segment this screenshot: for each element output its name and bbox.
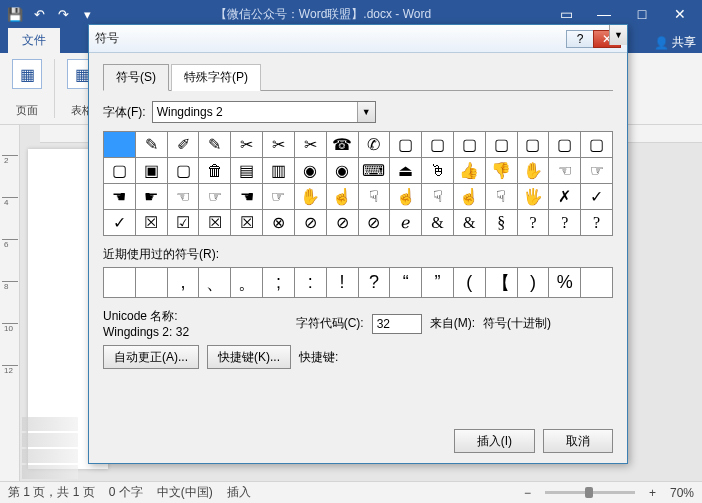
- symbol-cell[interactable]: ▥: [263, 158, 295, 184]
- symbol-cell[interactable]: ✋: [518, 158, 550, 184]
- symbol-cell[interactable]: ⊘: [327, 210, 359, 236]
- symbol-cell[interactable]: ✓: [581, 184, 613, 210]
- symbol-cell[interactable]: ▢: [454, 132, 486, 158]
- zoom-out-icon[interactable]: −: [524, 486, 531, 500]
- recent-cell[interactable]: 。: [231, 268, 263, 298]
- tab-symbols[interactable]: 符号(S): [103, 64, 169, 91]
- symbol-cell[interactable]: ▣: [136, 158, 168, 184]
- recent-cell[interactable]: ?: [359, 268, 391, 298]
- symbol-cell[interactable]: §: [486, 210, 518, 236]
- recent-cell[interactable]: ”: [422, 268, 454, 298]
- symbol-cell[interactable]: ☜: [168, 184, 200, 210]
- recent-cell[interactable]: 、: [199, 268, 231, 298]
- symbol-cell[interactable]: ⊗: [263, 210, 295, 236]
- symbol-cell[interactable]: 👎: [486, 158, 518, 184]
- recent-cell[interactable]: ;: [263, 268, 295, 298]
- code-input[interactable]: [372, 314, 422, 334]
- symbol-cell[interactable]: ☞: [199, 184, 231, 210]
- symbol-cell[interactable]: ▤: [231, 158, 263, 184]
- symbol-cell[interactable]: ?: [549, 210, 581, 236]
- symbol-cell[interactable]: ▢: [549, 132, 581, 158]
- recent-cell[interactable]: :: [295, 268, 327, 298]
- maximize-icon[interactable]: □: [624, 2, 660, 26]
- insert-button[interactable]: 插入(I): [454, 429, 535, 453]
- symbol-cell[interactable]: ?: [581, 210, 613, 236]
- symbol-cell[interactable]: ◉: [295, 158, 327, 184]
- recent-cell[interactable]: “: [390, 268, 422, 298]
- tab-special[interactable]: 特殊字符(P): [171, 64, 261, 91]
- symbol-cell[interactable]: ▢: [581, 132, 613, 158]
- status-page[interactable]: 第 1 页，共 1 页: [8, 484, 95, 501]
- zoom-in-icon[interactable]: +: [649, 486, 656, 500]
- symbol-cell[interactable]: ▢: [390, 132, 422, 158]
- cancel-button[interactable]: 取消: [543, 429, 613, 453]
- minimize-icon[interactable]: —: [586, 2, 622, 26]
- symbol-cell[interactable]: ☟: [359, 184, 391, 210]
- symbol-cell[interactable]: ✎: [199, 132, 231, 158]
- symbol-cell[interactable]: ☝: [327, 184, 359, 210]
- tab-file[interactable]: 文件: [8, 28, 60, 53]
- shortcut-button[interactable]: 快捷键(K)...: [207, 345, 291, 369]
- recent-cell[interactable]: !: [327, 268, 359, 298]
- symbol-cell[interactable]: ⊘: [295, 210, 327, 236]
- group-page[interactable]: ▦ 页面: [6, 57, 48, 120]
- dialog-help-icon[interactable]: ?: [566, 30, 594, 48]
- symbol-cell[interactable]: ☒: [199, 210, 231, 236]
- symbol-cell[interactable]: ☎: [327, 132, 359, 158]
- symbol-cell[interactable]: ☞: [263, 184, 295, 210]
- ribbon-options-icon[interactable]: ▭: [548, 2, 584, 26]
- recent-cell[interactable]: (: [454, 268, 486, 298]
- symbol-cell[interactable]: ⏏: [390, 158, 422, 184]
- symbol-cell[interactable]: [104, 132, 136, 158]
- symbol-cell[interactable]: ▢: [104, 158, 136, 184]
- symbol-cell[interactable]: ✂: [295, 132, 327, 158]
- symbol-cell[interactable]: ⊘: [359, 210, 391, 236]
- symbol-cell[interactable]: ▢: [518, 132, 550, 158]
- redo-icon[interactable]: ↷: [52, 3, 74, 25]
- symbol-cell[interactable]: ☞: [581, 158, 613, 184]
- symbol-cell[interactable]: ☜: [549, 158, 581, 184]
- symbol-cell[interactable]: 🖰: [422, 158, 454, 184]
- zoom-slider[interactable]: [545, 491, 635, 494]
- symbol-cell[interactable]: &: [454, 210, 486, 236]
- symbol-cell[interactable]: ✂: [263, 132, 295, 158]
- symbol-cell[interactable]: ☑: [168, 210, 200, 236]
- symbol-cell[interactable]: ✗: [549, 184, 581, 210]
- symbol-cell[interactable]: ℯ: [390, 210, 422, 236]
- dialog-titlebar[interactable]: 符号 ? ✕: [89, 25, 627, 53]
- symbol-cell[interactable]: ✐: [168, 132, 200, 158]
- recent-cell[interactable]: [136, 268, 168, 298]
- symbol-cell[interactable]: ◉: [327, 158, 359, 184]
- symbol-cell[interactable]: ☝: [390, 184, 422, 210]
- symbol-cell[interactable]: ✋: [295, 184, 327, 210]
- symbol-cell[interactable]: ☛: [136, 184, 168, 210]
- symbol-cell[interactable]: ☟: [422, 184, 454, 210]
- undo-icon[interactable]: ↶: [28, 3, 50, 25]
- recent-cell[interactable]: %: [549, 268, 581, 298]
- symbol-cell[interactable]: ☚: [231, 184, 263, 210]
- symbol-cell[interactable]: ☒: [231, 210, 263, 236]
- symbol-cell[interactable]: ☚: [104, 184, 136, 210]
- symbol-cell[interactable]: ▢: [486, 132, 518, 158]
- symbol-cell[interactable]: ▢: [422, 132, 454, 158]
- recent-cell[interactable]: [104, 268, 136, 298]
- symbol-cell[interactable]: ▢: [168, 158, 200, 184]
- symbol-cell[interactable]: ☟: [486, 184, 518, 210]
- from-select[interactable]: 符号(十进制) ▼: [483, 315, 613, 332]
- symbol-cell[interactable]: ?: [518, 210, 550, 236]
- share-button[interactable]: 👤 共享: [654, 34, 696, 51]
- recent-cell[interactable]: 【: [486, 268, 518, 298]
- close-icon[interactable]: ✕: [662, 2, 698, 26]
- symbol-cell[interactable]: ✂: [231, 132, 263, 158]
- zoom-value[interactable]: 70%: [670, 486, 694, 500]
- symbol-cell[interactable]: ✎: [136, 132, 168, 158]
- save-icon[interactable]: 💾: [4, 3, 26, 25]
- symbol-cell[interactable]: 🗑: [199, 158, 231, 184]
- symbol-cell[interactable]: 👍: [454, 158, 486, 184]
- symbol-cell[interactable]: ⌨: [359, 158, 391, 184]
- symbol-cell[interactable]: 🖐: [518, 184, 550, 210]
- symbol-cell[interactable]: ✓: [104, 210, 136, 236]
- symbol-cell[interactable]: ✆: [359, 132, 391, 158]
- symbol-cell[interactable]: ☒: [136, 210, 168, 236]
- status-mode[interactable]: 插入: [227, 484, 251, 501]
